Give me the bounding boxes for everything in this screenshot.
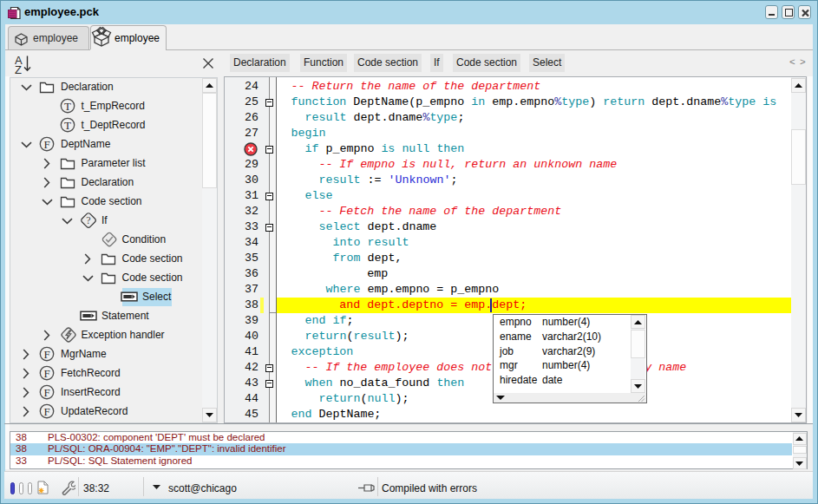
svg-text:?: ? — [86, 214, 90, 226]
svg-text:F: F — [43, 367, 49, 380]
svg-text:F: F — [43, 348, 49, 361]
svg-text:Z: Z — [15, 63, 22, 75]
svg-text:F: F — [43, 386, 49, 399]
svg-text:F: F — [43, 405, 49, 418]
svg-text:T: T — [64, 119, 71, 132]
svg-text:F: F — [43, 138, 49, 151]
svg-text:T: T — [64, 100, 71, 113]
